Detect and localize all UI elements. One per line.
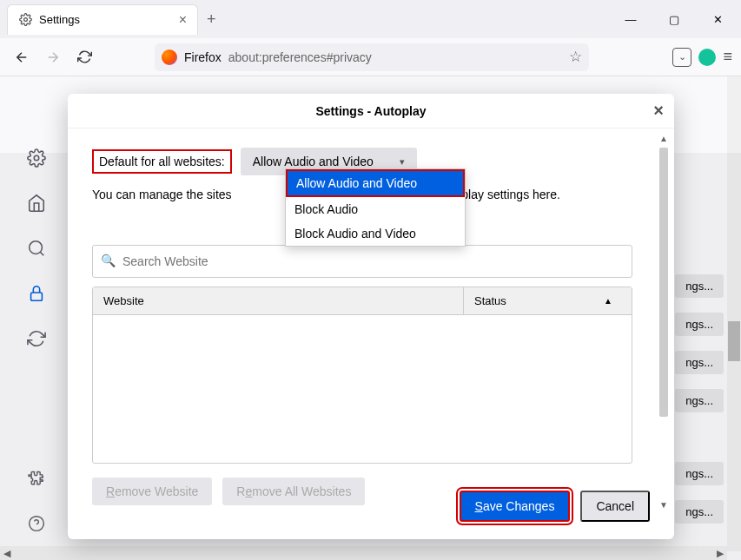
forward-button[interactable]: [40, 44, 66, 70]
maximize-button[interactable]: ▢: [654, 5, 694, 33]
gear-icon: [18, 13, 32, 27]
tab-close-icon[interactable]: ×: [179, 12, 187, 28]
dropdown-selected: Allow Audio and Video: [253, 155, 374, 168]
firefox-logo-icon: [162, 49, 177, 65]
tab-title: Settings: [39, 13, 80, 26]
url-path: about:preferences#privacy: [228, 50, 372, 64]
chevron-down-icon: ▾: [400, 156, 405, 168]
modal-scrollbar[interactable]: ▲▼: [657, 128, 671, 539]
sort-arrow-icon: ▲: [604, 296, 612, 306]
close-window-button[interactable]: ✕: [698, 5, 738, 33]
modal-title: Settings - Autoplay: [315, 104, 426, 118]
browser-tab[interactable]: Settings ×: [7, 4, 198, 35]
dropdown-option-block-av[interactable]: Block Audio and Video: [286, 221, 465, 246]
dropdown-option-allow[interactable]: Allow Audio and Video: [288, 171, 463, 195]
cancel-button[interactable]: Cancel: [580, 491, 650, 522]
page-content: ◀▶ ngs... ngs... ngs... ngs... ngs... ng…: [0, 76, 741, 560]
titlebar: Settings × + — ▢ ✕: [0, 0, 741, 38]
autoplay-settings-modal: Settings - Autoplay × ▲▼ Default for all…: [68, 94, 674, 539]
dropdown-menu: Allow Audio and Video Block Audio Block …: [285, 168, 466, 247]
window-controls: — ▢ ✕: [611, 5, 741, 33]
toolbar: Firefox about:preferences#privacy ☆ ⌄ ≡: [0, 38, 741, 76]
search-icon: 🔍: [101, 254, 116, 267]
menu-icon[interactable]: ≡: [723, 48, 732, 66]
reload-button[interactable]: [71, 44, 97, 70]
extension-icon[interactable]: [698, 49, 716, 66]
modal-header: Settings - Autoplay ×: [68, 94, 674, 128]
dropdown-option-block-audio[interactable]: Block Audio: [286, 197, 465, 221]
bookmark-star-icon[interactable]: ☆: [569, 48, 582, 66]
remove-website-button[interactable]: Remove Website: [92, 478, 212, 505]
url-brand: Firefox: [184, 50, 222, 64]
col-status[interactable]: Status ▲: [463, 287, 632, 314]
search-website-input[interactable]: [92, 245, 632, 278]
save-changes-button[interactable]: Save Changes: [460, 491, 571, 522]
pocket-icon[interactable]: ⌄: [672, 48, 691, 67]
minimize-button[interactable]: —: [611, 5, 651, 33]
table-body: [93, 315, 632, 463]
svg-point-0: [23, 18, 27, 22]
website-table: Website Status ▲: [92, 287, 632, 464]
back-button[interactable]: [9, 44, 35, 70]
modal-close-icon[interactable]: ×: [653, 101, 664, 121]
url-bar[interactable]: Firefox about:preferences#privacy ☆: [155, 43, 589, 71]
new-tab-button[interactable]: +: [207, 10, 216, 29]
col-website[interactable]: Website: [93, 287, 463, 314]
remove-all-websites-button[interactable]: Remove All Websites: [222, 478, 365, 505]
default-label: Default for all websites:: [92, 149, 232, 174]
